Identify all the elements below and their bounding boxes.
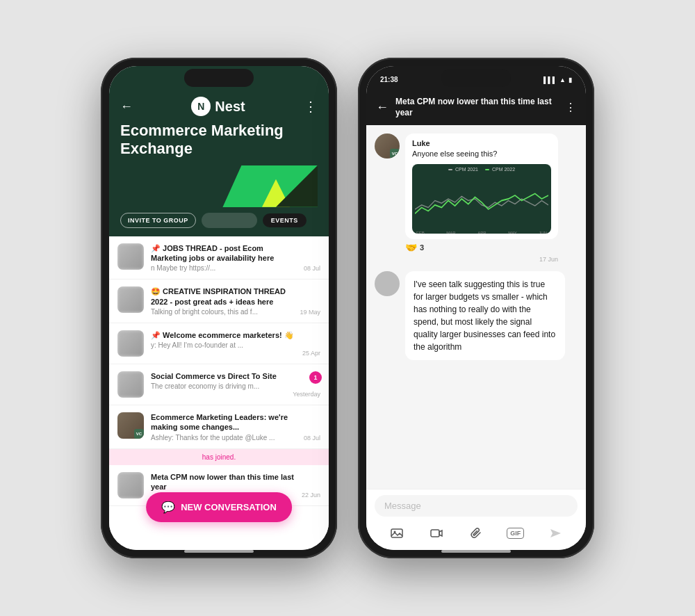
back-button[interactable]: ←: [120, 99, 133, 114]
feed-content: 🤩 CREATIVE INSPIRATION THREAD 2022 - pos…: [151, 286, 293, 316]
feed-subtitle: y: Hey All! I'm co-founder at ...: [151, 341, 295, 349]
image-button[interactable]: [386, 522, 408, 544]
attach-button[interactable]: [465, 522, 487, 544]
message-input[interactable]: Message: [384, 501, 568, 511]
feed-subtitle: n Maybe try https://...: [151, 264, 297, 272]
chat-area: VC Luke Anyone else seeing this?: [366, 125, 586, 489]
feed-title: Ecommerce Marketing Leaders: we're makin…: [151, 412, 297, 432]
feed-time: 25 Apr: [302, 350, 320, 357]
wifi-icon: ▲: [559, 76, 566, 83]
feed-title: 📌 Welcome ecommerce marketers! 👋: [151, 330, 295, 340]
chart-svg: [412, 175, 551, 227]
avatar: [375, 271, 400, 296]
list-item[interactable]: 📌 Welcome ecommerce marketers! 👋 y: Hey …: [109, 323, 329, 364]
signal-icon: ▌▌▌: [543, 76, 557, 83]
home-indicator: [441, 550, 511, 553]
left-phone: ← N Nest ⋮ Ecommerce Marketing Exchange …: [101, 58, 337, 558]
feed-title: Meta CPM now lower than this time last y…: [151, 472, 295, 492]
feed-content: 📌 JOBS THREAD - post Ecom Marketing jobs…: [151, 243, 297, 273]
battery-icon: ▮: [569, 76, 572, 83]
feed-time: 19 May: [300, 309, 320, 316]
unread-badge: 1: [309, 371, 322, 384]
message-bubble: Luke Anyone else seeing this? CPM 2021: [405, 133, 558, 262]
message-row: VC Luke Anyone else seeing this?: [375, 133, 578, 262]
right-phone-notch: [441, 69, 511, 87]
message-sender: Luke: [412, 139, 551, 147]
message-content: Luke Anyone else seeing this? CPM 2021: [405, 133, 558, 238]
right-phone-screen: 21:38 ▌▌▌ ▲ ▮ ← Meta CPM now lower than …: [366, 66, 586, 550]
feed-subtitle: Talking of bright colours, this ad f...: [151, 308, 293, 316]
send-button[interactable]: [544, 522, 566, 544]
feed-title: 📌 JOBS THREAD - post Ecom Marketing jobs…: [151, 243, 297, 264]
list-item[interactable]: 🤩 CREATIVE INSPIRATION THREAD 2022 - pos…: [109, 279, 329, 323]
feed-time: 08 Jul: [304, 265, 320, 272]
svg-marker-3: [439, 530, 442, 536]
logo-icon: N: [191, 97, 211, 116]
reaction-count: 3: [420, 243, 424, 252]
events-button[interactable]: EVENTS: [263, 213, 306, 227]
logo-area: N Nest: [191, 97, 245, 116]
list-item[interactable]: 📌 JOBS THREAD - post Ecom Marketing jobs…: [109, 236, 329, 280]
gif-button[interactable]: GIF: [505, 522, 527, 544]
list-item[interactable]: VC Ecommerce Marketing Leaders: we're ma…: [109, 405, 329, 449]
new-conversation-label: NEW CONVERSATION: [181, 502, 277, 512]
chat-icon: 💬: [161, 501, 175, 514]
avatar: [117, 330, 144, 357]
chat-toolbar: GIF: [375, 522, 578, 544]
list-item[interactable]: Social Commerce vs Direct To Site The cr…: [109, 364, 329, 405]
message-text: I've seen talk suggesting this is true f…: [414, 278, 557, 353]
feed-title: Social Commerce vs Direct To Site: [151, 371, 286, 381]
cpm-chart: CPM 2021 CPM 2022: [412, 164, 551, 234]
svg-rect-2: [431, 530, 439, 537]
feed-content: Ecommerce Marketing Leaders: we're makin…: [151, 412, 297, 441]
right-phone: 21:38 ▌▌▌ ▲ ▮ ← Meta CPM now lower than …: [358, 58, 594, 558]
feed-content: Social Commerce vs Direct To Site The cr…: [151, 371, 286, 390]
left-phone-notch: [184, 69, 254, 87]
avatar: VC: [117, 412, 144, 439]
left-phone-screen: ← N Nest ⋮ Ecommerce Marketing Exchange …: [109, 66, 329, 550]
group-header: ← N Nest ⋮ Ecommerce Marketing Exchange …: [109, 66, 329, 236]
feed-content: 📌 Welcome ecommerce marketers! 👋 y: Hey …: [151, 330, 295, 349]
app-name: Nest: [215, 99, 245, 115]
feed-time: Yesterday: [293, 391, 320, 398]
message-bubble: I've seen talk suggesting this is true f…: [405, 271, 565, 360]
clock: 21:38: [380, 76, 398, 83]
feed-time: 08 Jul: [304, 435, 320, 441]
home-indicator: [184, 550, 254, 553]
feed-subtitle: The creator economy is driving m...: [151, 382, 286, 390]
message-text: Anyone else seeing this?: [412, 149, 551, 159]
avatar: [117, 472, 144, 499]
feed-title: 🤩 CREATIVE INSPIRATION THREAD 2022 - pos…: [151, 286, 293, 307]
joined-notification: has joined.: [109, 449, 329, 465]
pill-placeholder: [202, 213, 257, 228]
avatar: [117, 243, 144, 270]
invite-to-group-button[interactable]: INVITE TO GROUP: [120, 213, 196, 228]
video-button[interactable]: [425, 522, 448, 544]
feed-content: Meta CPM now lower than this time last y…: [151, 472, 295, 494]
avatar: [117, 371, 144, 398]
more-options-button[interactable]: ⋮: [565, 101, 576, 114]
chart-x-labels: FEB MAR APR MAY JUN: [412, 229, 551, 234]
feed-time: 22 Jun: [302, 492, 320, 499]
svg-rect-0: [391, 529, 402, 537]
message-row: I've seen talk suggesting this is true f…: [375, 271, 578, 360]
gif-label: GIF: [507, 528, 524, 539]
feed-subtitle: Ashley: Thanks for the update @Luke ...: [151, 434, 297, 441]
chat-title: Meta CPM now lower than this time last y…: [395, 97, 558, 118]
new-conversation-button[interactable]: 💬 NEW CONVERSATION: [146, 492, 292, 522]
reaction-emoji: 🤝: [405, 242, 417, 253]
more-options-button[interactable]: ⋮: [304, 98, 318, 115]
avatar: VC: [375, 133, 400, 159]
group-title: Ecommerce Marketing Exchange: [120, 122, 318, 159]
header-graphic: [120, 165, 318, 207]
message-reaction[interactable]: 🤝 3: [405, 242, 558, 253]
chart-legend: CPM 2021 CPM 2022: [412, 164, 551, 175]
chart-legend-item: CPM 2021: [448, 167, 478, 172]
back-button[interactable]: ←: [376, 100, 389, 115]
message-time: 17 Jun: [405, 256, 558, 263]
chart-legend-item: CPM 2022: [485, 167, 515, 172]
status-icons: ▌▌▌ ▲ ▮: [543, 76, 572, 83]
chat-input-area: Message: [366, 489, 586, 550]
avatar: [117, 286, 144, 313]
message-input-container[interactable]: Message: [375, 495, 578, 517]
